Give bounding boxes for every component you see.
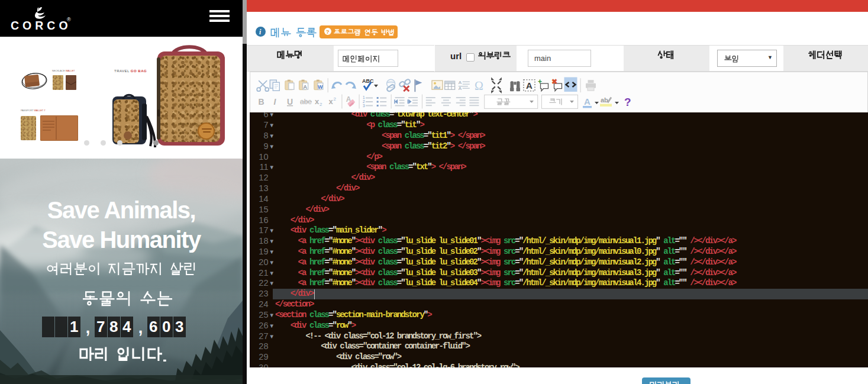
svg-text:3: 3 [363,104,365,108]
svg-text:A: A [584,96,591,106]
svg-text:B: B [258,97,264,107]
svg-text:1: 1 [363,95,365,99]
svg-text:x: x [315,97,320,106]
svg-text:A: A [303,83,307,89]
svg-text:x: x [328,97,333,106]
svg-text:✖: ✖ [551,78,557,86]
svg-text:2: 2 [320,102,322,107]
svg-text:ABC: ABC [362,78,374,84]
svg-text:A: A [526,80,533,91]
svg-text:+: + [538,78,542,86]
svg-text:W: W [317,83,322,89]
svg-text:2: 2 [333,96,336,101]
svg-text:I: I [273,97,276,107]
svg-text:U: U [287,97,293,107]
svg-text:?: ? [624,95,631,108]
svg-text:A: A [458,86,462,91]
svg-text:2: 2 [363,99,365,104]
svg-text:A: A [458,80,462,85]
svg-text:Ω: Ω [475,79,483,92]
svg-text:abe: abe [300,98,312,106]
